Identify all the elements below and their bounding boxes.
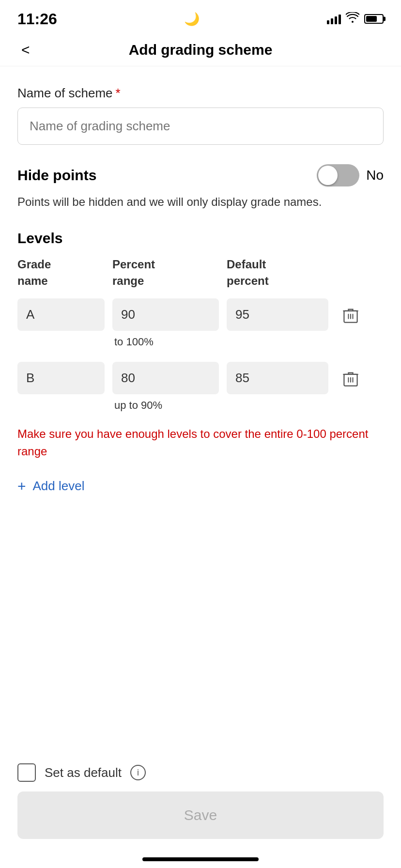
level-row: to 100%: [17, 298, 384, 348]
default-percent-input-2[interactable]: [227, 362, 328, 394]
status-icons: [327, 12, 384, 26]
toggle-group: No: [317, 164, 384, 186]
grade-name-input-2[interactable]: [17, 362, 105, 394]
col-grade-name: Gradename: [17, 256, 105, 289]
default-percent-cell-1: [227, 298, 328, 331]
range-sub-1: to 100%: [112, 336, 219, 348]
delete-level-2-button[interactable]: [336, 362, 365, 387]
hide-points-label: Hide points: [17, 167, 96, 184]
add-level-label: Add level: [33, 479, 85, 494]
grade-name-cell-2: [17, 362, 105, 394]
percent-range-cell-2: up to 90%: [112, 362, 219, 412]
col-actions: [336, 256, 365, 289]
col-percent-range: Percentrange: [112, 256, 219, 289]
default-percent-cell-2: [227, 362, 328, 394]
set-default-row: Set as default i: [17, 763, 384, 782]
level-row: up to 90%: [17, 362, 384, 412]
plus-icon: +: [17, 479, 26, 494]
main-content: Name of scheme * Hide points No Points w…: [0, 66, 401, 518]
wifi-icon: [346, 12, 359, 26]
status-bar: 11:26 🌙: [0, 0, 401, 34]
grade-name-cell-1: [17, 298, 105, 331]
status-time: 11:26: [17, 10, 57, 28]
signal-icon: [327, 14, 341, 24]
scheme-name-input[interactable]: [17, 108, 384, 145]
moon-icon: 🌙: [184, 12, 200, 27]
nav-header: < Add grading scheme: [0, 34, 401, 66]
bottom-section: Set as default i Save: [0, 763, 401, 839]
percent-range-cell-1: to 100%: [112, 298, 219, 348]
col-default-percent: Defaultpercent: [227, 256, 328, 289]
error-message: Make sure you have enough levels to cove…: [17, 425, 384, 460]
percent-range-input-1[interactable]: [112, 298, 219, 331]
delete-level-1-button[interactable]: [336, 298, 365, 324]
add-level-button[interactable]: + Add level: [17, 474, 85, 498]
home-indicator: [142, 857, 259, 861]
info-icon[interactable]: i: [130, 765, 146, 780]
set-default-checkbox[interactable]: [17, 763, 36, 782]
levels-header: Gradename Percentrange Defaultpercent: [17, 256, 384, 289]
set-default-label: Set as default: [45, 765, 122, 780]
save-button[interactable]: Save: [17, 791, 384, 839]
battery-icon: [364, 14, 384, 24]
back-button[interactable]: <: [17, 38, 34, 62]
range-sub-2: up to 90%: [112, 399, 219, 412]
levels-title: Levels: [17, 230, 384, 247]
toggle-state-label: No: [366, 168, 384, 183]
page-title: Add grading scheme: [129, 42, 273, 58]
percent-range-input-2[interactable]: [112, 362, 219, 394]
hide-points-toggle[interactable]: [317, 164, 359, 186]
trash-icon: [343, 307, 358, 324]
toggle-knob: [318, 166, 338, 185]
grade-name-input-1[interactable]: [17, 298, 105, 331]
trash-icon: [343, 371, 358, 387]
hide-points-description: Points will be hidden and we will only d…: [17, 193, 384, 211]
hide-points-row: Hide points No: [17, 164, 384, 186]
required-star: *: [116, 86, 121, 101]
default-percent-input-1[interactable]: [227, 298, 328, 331]
name-field-label: Name of scheme *: [17, 86, 384, 101]
